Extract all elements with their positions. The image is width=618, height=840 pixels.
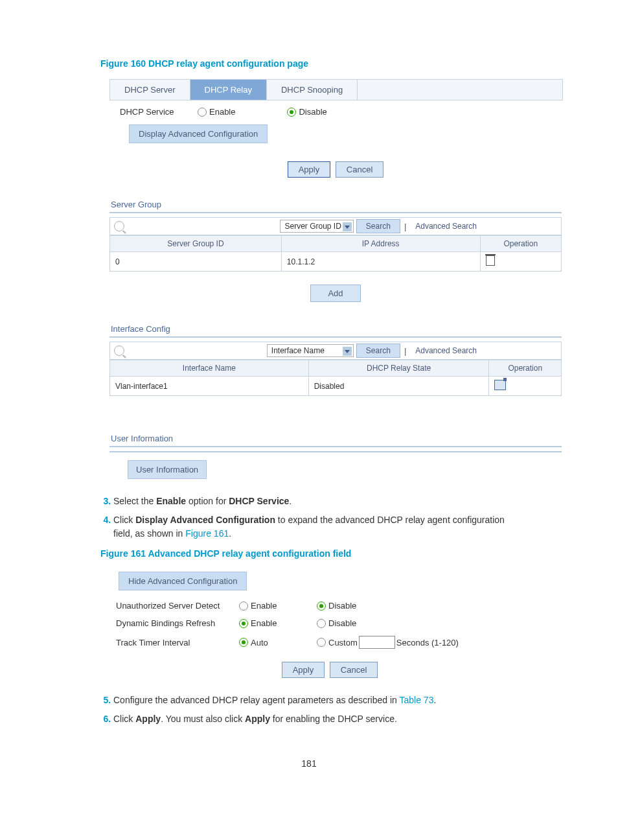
chevron-down-icon [343, 347, 352, 356]
trash-icon[interactable] [486, 255, 495, 266]
chevron-down-icon [343, 222, 352, 231]
track-auto-radio[interactable]: Auto [239, 638, 317, 648]
interface-config-table: Interface Name DHCP Relay State Operatio… [109, 360, 562, 396]
col-relay-state: DHCP Relay State [308, 360, 489, 377]
track-timer-seconds-input[interactable] [359, 636, 395, 649]
radio-icon [287, 108, 296, 117]
tab-dhcp-snooping[interactable]: DHCP Snooping [267, 80, 358, 100]
cell-interface-name: Vlan-interface1 [110, 377, 309, 396]
add-server-group-button[interactable]: Add [310, 285, 360, 302]
interface-advanced-search-link[interactable]: Advanced Search [415, 346, 477, 355]
radio-icon [239, 601, 248, 611]
col-operation: Operation [489, 360, 562, 377]
server-group-table: Server Group ID IP Address Operation 0 1… [109, 235, 562, 272]
col-interface-name: Interface Name [110, 360, 309, 377]
cancel-button[interactable]: Cancel [336, 161, 383, 178]
figure-161-link[interactable]: Figure 161 [185, 528, 229, 539]
dynamic-bindings-label: Dynamic Bindings Refresh [116, 618, 239, 628]
edit-icon[interactable] [494, 380, 506, 390]
server-group-advanced-search-link[interactable]: Advanced Search [415, 222, 477, 231]
cell-ip-address: 10.1.1.2 [281, 252, 480, 272]
unauth-enable-radio[interactable]: Enable [239, 601, 317, 611]
track-timer-label: Track Timer Interval [116, 638, 239, 648]
table-row: Vlan-interface1 Disabled [110, 377, 562, 396]
dhcp-service-enable-radio[interactable]: Enable [198, 107, 235, 117]
step-6: Click Apply. You must also click Apply f… [113, 712, 518, 726]
interface-search-bar: Interface Name Search | Advanced Search [109, 342, 562, 360]
user-information-heading: User Information [109, 431, 562, 447]
radio-icon [317, 619, 326, 628]
figure-160-caption: Figure 160 DHCP relay agent configuratio… [100, 58, 518, 69]
interface-config-heading: Interface Config [109, 321, 562, 338]
server-group-heading: Server Group [109, 197, 562, 213]
steps-list: Select the Enable option for DHCP Servic… [100, 495, 518, 541]
user-information-button[interactable]: User Information [128, 460, 207, 479]
cell-server-group-id: 0 [110, 252, 282, 272]
col-server-group-id: Server Group ID [110, 236, 282, 252]
server-group-search-bar: Server Group ID Search | Advanced Search [109, 217, 562, 235]
cancel-button-2[interactable]: Cancel [330, 662, 378, 678]
step-5: Configure the advanced DHCP relay agent … [113, 694, 518, 707]
disable-label: Disable [299, 107, 326, 117]
table-73-link[interactable]: Table 73 [400, 695, 434, 705]
dhcp-service-label: DHCP Service [120, 107, 198, 117]
radio-icon [317, 601, 326, 611]
interface-search-button[interactable]: Search [356, 344, 400, 358]
tab-bar: DHCP Server DHCP Relay DHCP Snooping [109, 79, 563, 100]
step-3: Select the Enable option for DHCP Servic… [113, 495, 518, 508]
steps-list-2: Configure the advanced DHCP relay agent … [100, 694, 518, 726]
unauth-server-detect-label: Unauthorized Server Detect [116, 601, 239, 611]
search-icon [114, 345, 124, 356]
dynbind-disable-radio[interactable]: Disable [317, 618, 356, 628]
radio-icon [198, 108, 207, 117]
radio-icon [317, 638, 326, 647]
dhcp-service-disable-radio[interactable]: Disable [287, 107, 326, 117]
radio-icon [239, 638, 248, 647]
enable-label: Enable [209, 107, 235, 117]
apply-button-2[interactable]: Apply [282, 662, 325, 678]
select-value: Interface Name [271, 346, 325, 355]
hide-advanced-config-button[interactable]: Hide Advanced Configuration [119, 572, 247, 590]
track-custom-radio[interactable]: Custom [317, 638, 358, 648]
figure-161-caption: Figure 161 Advanced DHCP relay agent con… [100, 548, 518, 559]
tab-dhcp-server[interactable]: DHCP Server [110, 80, 190, 100]
select-value: Server Group ID [284, 222, 341, 231]
search-icon [114, 221, 124, 231]
tab-dhcp-relay[interactable]: DHCP Relay [190, 80, 267, 100]
seconds-hint: Seconds (1-120) [396, 638, 459, 648]
col-ip-address: IP Address [281, 236, 480, 252]
page-number: 181 [100, 758, 518, 769]
interface-field-select[interactable]: Interface Name [267, 344, 354, 357]
table-row: 0 10.1.1.2 [110, 252, 562, 272]
server-group-field-select[interactable]: Server Group ID [280, 220, 353, 233]
display-advanced-config-button[interactable]: Display Advanced Configuration [129, 124, 268, 143]
step-4: Click Display Advanced Configuration to … [113, 513, 518, 541]
apply-button[interactable]: Apply [288, 161, 331, 178]
col-operation: Operation [480, 236, 561, 252]
cell-relay-state: Disabled [308, 377, 489, 396]
dynbind-enable-radio[interactable]: Enable [239, 618, 317, 628]
server-group-search-button[interactable]: Search [356, 219, 400, 233]
radio-icon [239, 619, 248, 628]
unauth-disable-radio[interactable]: Disable [317, 601, 356, 611]
